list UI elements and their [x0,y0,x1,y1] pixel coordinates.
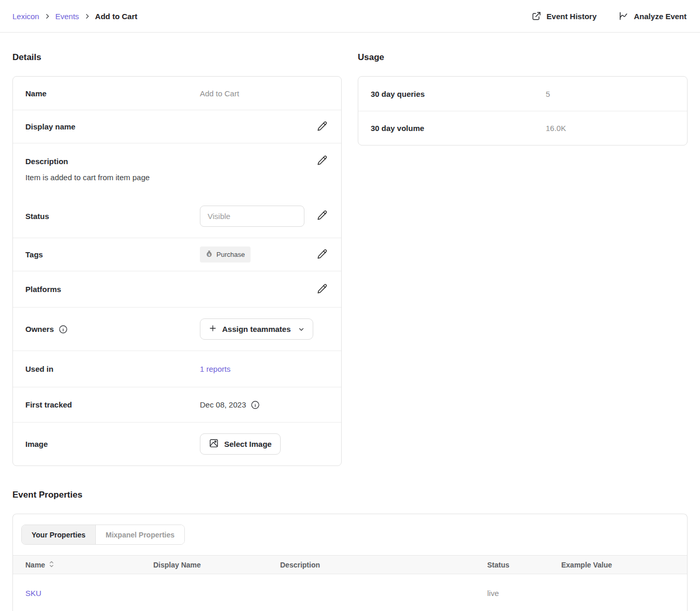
detail-row-tags: Tags $ Purchase [13,238,341,271]
header-actions: Event History Analyze Event [531,11,687,21]
first-tracked-value: Dec 08, 2023 [200,400,246,409]
plus-icon [209,324,217,334]
tag-chip-purchase[interactable]: $ Purchase [200,246,251,263]
description-label: Description [25,157,316,166]
detail-row-status: Status [13,194,341,238]
detail-row-name: Name Add to Cart [13,77,341,110]
money-bag-icon: $ [206,250,213,259]
column-header-name: Name [25,561,45,569]
cell-status: live [487,589,561,598]
chevron-down-icon [298,326,304,332]
image-label: Image [25,440,200,448]
tab-your-properties[interactable]: Your Properties [22,525,96,544]
table-row-sku: SKU live [13,574,687,611]
assign-teammates-label: Assign teammates [222,325,291,333]
column-header-status: Status [487,561,561,569]
pencil-icon [317,155,328,167]
used-in-reports-link[interactable]: 1 reports [200,365,230,373]
usage-row-volume: 30 day volume 16.0K [358,111,687,145]
main-content: Details Name Add to Cart Display name [0,33,700,611]
info-icon[interactable] [251,400,260,410]
detail-row-description: Description Item is added to cart from i… [13,143,341,194]
edit-platforms-button[interactable] [316,282,329,297]
owners-label: Owners [25,325,54,333]
description-value: Item is added to cart from item page [25,173,329,182]
usage-section: Usage 30 day queries 5 30 day volume 16.… [358,44,688,146]
used-in-label: Used in [25,365,200,373]
details-section: Details Name Add to Cart Display name [12,44,342,466]
detail-row-display-name: Display name [13,110,341,143]
name-label: Name [25,89,200,98]
properties-table-header: Name Display Name Description Status Exa… [13,555,687,574]
assign-teammates-button[interactable]: Assign teammates [200,318,313,340]
column-header-display-name: Display Name [153,561,280,569]
status-label: Status [25,212,200,221]
analyze-event-button[interactable]: Analyze Event [618,11,687,21]
chevron-right-icon [44,13,51,20]
event-properties-card: Your Properties Mixpanel Properties Name… [12,514,688,611]
external-link-icon [531,11,542,21]
sort-name-button[interactable] [49,560,54,570]
sort-icon [49,560,54,570]
pencil-icon [317,249,328,261]
select-image-label: Select Image [224,440,272,448]
property-link-sku[interactable]: SKU [25,589,41,598]
line-chart-icon [618,11,629,21]
event-history-button[interactable]: Event History [531,11,597,21]
svg-text:$: $ [208,253,211,257]
edit-description-button[interactable] [316,154,329,168]
tab-mixpanel-properties[interactable]: Mixpanel Properties [96,525,184,544]
analyze-event-label: Analyze Event [634,12,687,21]
detail-row-owners: Owners Assign teammates [13,307,341,351]
tags-label: Tags [25,250,200,259]
status-input[interactable] [200,206,304,227]
usage-volume-label: 30 day volume [371,124,546,133]
display-name-label: Display name [25,122,200,131]
details-card: Name Add to Cart Display name Descriptio… [12,76,342,466]
breadcrumb-link-events[interactable]: Events [55,12,79,21]
chevron-right-icon [84,13,91,20]
breadcrumb-link-lexicon[interactable]: Lexicon [12,12,39,21]
name-value: Add to Cart [200,89,329,98]
event-history-label: Event History [547,12,597,21]
select-image-button[interactable]: Select Image [200,433,281,455]
detail-row-first-tracked: First tracked Dec 08, 2023 [13,387,341,422]
detail-row-used-in: Used in 1 reports [13,351,341,387]
tag-label: Purchase [216,251,245,258]
edit-tags-button[interactable] [316,248,329,262]
column-header-description: Description [280,561,487,569]
image-icon [209,438,219,450]
detail-row-image: Image Select Image [13,422,341,465]
pencil-icon [317,283,328,296]
edit-display-name-button[interactable] [316,120,329,134]
usage-volume-value: 16.0K [546,124,566,133]
usage-queries-label: 30 day queries [371,90,546,98]
info-icon[interactable] [59,325,68,334]
top-bar: Lexicon Events Add to Cart Event History… [0,0,700,33]
breadcrumb-current: Add to Cart [95,12,138,21]
first-tracked-label: First tracked [25,400,200,409]
event-properties-section: Event Properties Your Properties Mixpane… [12,490,688,611]
details-title: Details [12,52,342,63]
usage-row-queries: 30 day queries 5 [358,77,687,111]
detail-row-platforms: Platforms [13,271,341,307]
usage-card: 30 day queries 5 30 day volume 16.0K [358,76,688,146]
platforms-label: Platforms [25,285,200,294]
pencil-icon [317,210,328,222]
column-header-example-value: Example Value [561,561,675,569]
usage-queries-value: 5 [546,90,550,98]
event-properties-title: Event Properties [12,490,688,500]
properties-tab-group: Your Properties Mixpanel Properties [21,525,185,545]
breadcrumb: Lexicon Events Add to Cart [12,12,137,21]
edit-status-button[interactable] [316,209,329,223]
pencil-icon [317,121,328,133]
usage-title: Usage [358,52,688,63]
